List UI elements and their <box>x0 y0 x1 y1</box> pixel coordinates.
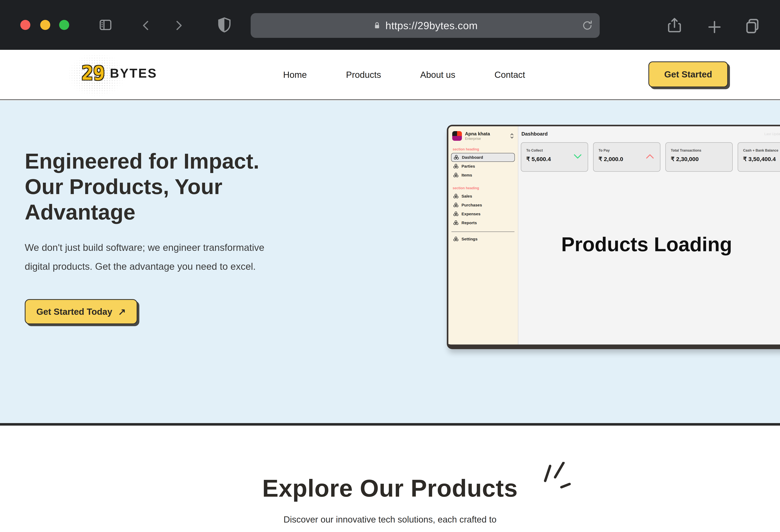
sidebar-toggle-icon[interactable] <box>98 16 113 34</box>
nodes-icon <box>453 163 459 169</box>
sidebar-item-parties: Parties <box>451 162 515 171</box>
nodes-icon <box>453 211 459 217</box>
logo[interactable]: 29 BYTES <box>70 52 178 98</box>
share-icon[interactable] <box>666 14 683 36</box>
hero-heading-line1: Engineered for Impact. <box>25 149 259 174</box>
lock-icon <box>373 20 382 31</box>
stat-cards-row: To Collect ₹ 5,600.4 To Pay ₹ 2,000.0 To… <box>521 142 780 172</box>
sidebar-item-dashboard: Dashboard <box>451 153 515 162</box>
stat-card-to-pay: To Pay ₹ 2,000.0 <box>593 142 661 172</box>
sidebar-item-items: Items <box>451 171 515 179</box>
back-icon[interactable] <box>140 17 152 34</box>
address-bar[interactable]: https://29bytes.com <box>251 13 600 38</box>
privacy-shield-icon[interactable] <box>216 15 233 34</box>
app-logo <box>452 131 462 141</box>
refresh-icon[interactable] <box>581 19 593 32</box>
nodes-icon <box>453 172 459 178</box>
mockup-app-switcher: Apna khata Enterprise <box>452 131 515 141</box>
arrow-up-right-icon: ↗ <box>118 306 126 317</box>
nodes-icon <box>453 202 459 208</box>
sidebar-item-expenses: Expenses <box>451 210 515 218</box>
nodes-icon <box>453 220 459 226</box>
tab-overview-icon[interactable] <box>744 17 762 35</box>
forward-icon[interactable] <box>173 17 185 34</box>
nodes-icon <box>453 155 459 160</box>
nav-contact[interactable]: Contact <box>494 69 525 80</box>
nav-about[interactable]: About us <box>420 69 455 80</box>
chevron-down-icon <box>573 153 582 160</box>
app-name: Apna khata <box>465 131 490 137</box>
chevron-up-down-icon <box>509 132 515 140</box>
mockup-sidebar: Apna khata Enterprise section heading Da… <box>448 126 518 344</box>
nodes-icon <box>453 236 459 242</box>
logo-text: BYTES <box>110 66 157 81</box>
close-window-button[interactable] <box>20 20 30 30</box>
get-started-button[interactable]: Get Started <box>648 61 728 87</box>
explore-title: Explore Our Products <box>0 474 780 502</box>
sidebar-section-heading-1: section heading <box>453 147 515 151</box>
nodes-icon <box>453 193 459 199</box>
dashboard-mockup: Apna khata Enterprise section heading Da… <box>447 125 780 349</box>
stat-card-to-collect: To Collect ₹ 5,600.4 <box>521 142 588 172</box>
sidebar-divider <box>451 231 515 232</box>
explore-subtitle: Discover our innovative tech solutions, … <box>0 511 780 532</box>
stat-card-cash-bank-balance: Cash + Bank Balance ₹ 3,50,400.4 <box>738 142 780 172</box>
minimize-window-button[interactable] <box>40 20 50 30</box>
section-divider <box>0 423 780 426</box>
zoom-window-button[interactable] <box>59 20 69 30</box>
nav-home[interactable]: Home <box>283 69 307 80</box>
chevron-up-icon <box>645 153 654 160</box>
sparkle-icon <box>541 462 574 491</box>
new-tab-icon[interactable] <box>706 19 723 35</box>
browser-chrome: https://29bytes.com <box>0 0 780 50</box>
sidebar-section-heading-2: section heading <box>453 186 515 190</box>
nav-products[interactable]: Products <box>346 69 381 80</box>
main-nav: Home Products About us Contact <box>283 50 525 99</box>
sidebar-item-purchases: Purchases <box>451 201 515 210</box>
explore-section: Explore Our Products Discover our innova… <box>0 426 780 532</box>
sidebar-item-settings: Settings <box>451 234 515 244</box>
hero-heading-line3: Advantage <box>25 200 259 225</box>
hero-heading-line2: Our Products, Your <box>25 174 259 200</box>
sidebar-item-reports: Reports <box>451 218 515 227</box>
hero-heading: Engineered for Impact. Our Products, You… <box>25 149 259 225</box>
hero-paragraph: We don't just build software; we enginee… <box>25 238 264 276</box>
sidebar-item-sales: Sales <box>451 192 515 201</box>
logo-number: 29 <box>82 62 105 85</box>
get-started-today-button[interactable]: Get Started Today ↗ <box>25 299 137 324</box>
site-header: 29 BYTES Home Products About us Contact … <box>0 50 780 100</box>
mockup-main: Dashboard Last Update : 17 Jun 2 To Coll… <box>518 126 780 344</box>
app-plan: Enterprise <box>465 137 490 141</box>
hero-section: Engineered for Impact. Our Products, You… <box>0 101 780 423</box>
mockup-page-title: Dashboard <box>522 131 548 137</box>
last-update-text: Last Update : 17 Jun 2 <box>764 132 780 136</box>
stat-card-total-transactions: Total Transactions ₹ 2,30,000 <box>666 142 733 172</box>
url-text: https://29bytes.com <box>385 19 478 32</box>
products-loading-text: Products Loading <box>561 233 732 256</box>
